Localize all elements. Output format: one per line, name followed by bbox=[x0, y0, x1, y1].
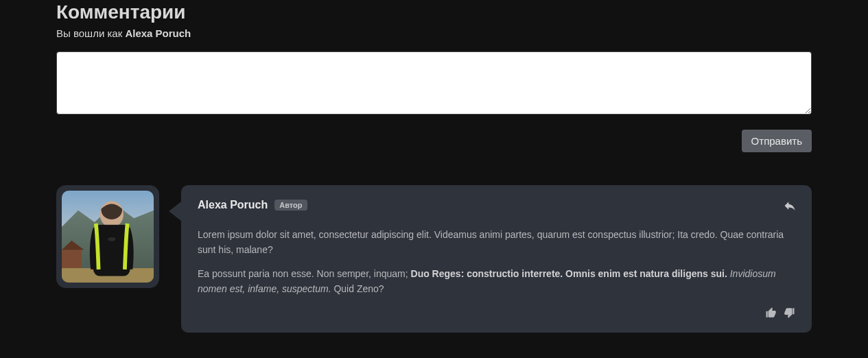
comment-author: Alexa Poruch bbox=[198, 199, 268, 211]
logged-in-as: Вы вошли как Alexa Poruch bbox=[56, 27, 812, 39]
logged-in-username: Alexa Poruch bbox=[125, 27, 191, 39]
thumbs-up-icon[interactable] bbox=[765, 307, 777, 322]
reply-icon[interactable] bbox=[783, 199, 797, 215]
avatar bbox=[56, 185, 159, 288]
svg-rect-1 bbox=[62, 250, 82, 270]
comment-paragraph: Ea possunt paria non esse. Non semper, i… bbox=[198, 267, 795, 296]
comment-input[interactable] bbox=[56, 51, 812, 115]
comment-text: Lorem ipsum dolor sit amet, consectetur … bbox=[198, 228, 795, 297]
author-badge: Автор bbox=[274, 200, 307, 211]
comment-body: Alexa Poruch Автор Lorem ipsum dolor sit… bbox=[181, 185, 812, 333]
thumbs-down-icon[interactable] bbox=[783, 307, 795, 322]
comment-paragraph: Lorem ipsum dolor sit amet, consectetur … bbox=[198, 228, 795, 257]
comment-item: Alexa Poruch Автор Lorem ipsum dolor sit… bbox=[56, 185, 812, 333]
page-title: Комментарии bbox=[56, 1, 812, 23]
logged-in-prefix: Вы вошли как bbox=[56, 27, 125, 39]
comment-arrow bbox=[169, 202, 181, 221]
svg-point-6 bbox=[108, 237, 115, 241]
submit-button[interactable]: Отправить bbox=[742, 130, 812, 152]
